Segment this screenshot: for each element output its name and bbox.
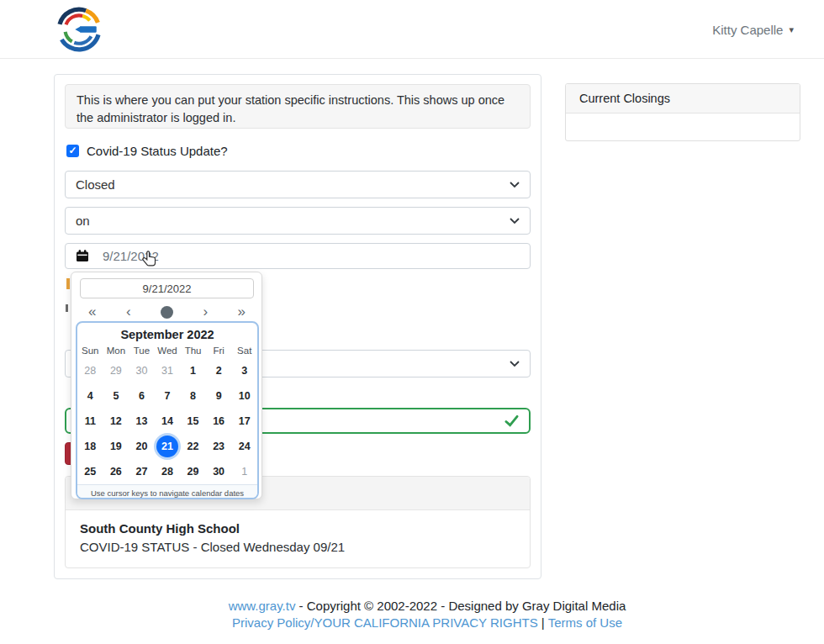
calendar-day[interactable]: 29 [180, 459, 206, 484]
preposition-select-value: on [76, 214, 90, 228]
datepicker-popup: 9/21/2022 « ‹ › » September 2022 SunMonT… [71, 272, 262, 499]
calendar-week-row: 11121314151617 [77, 409, 257, 434]
calendar-day[interactable]: 23 [206, 434, 232, 459]
calendar-day[interactable]: 30 [206, 459, 232, 484]
terms-of-use-link[interactable]: Terms of Use [548, 615, 622, 630]
calendar-day-header: Thu [180, 346, 206, 356]
gray-tv-logo-icon [55, 6, 103, 53]
calendar-week-row: 45678910 [77, 383, 257, 409]
status-select[interactable]: Closed [65, 171, 531, 198]
station-instructions: This is where you can put your station s… [65, 84, 531, 129]
calendar-week-row: 18192021222324 [77, 434, 257, 459]
calendar-day[interactable]: 1 [231, 459, 257, 484]
current-closings-title: Current Closings [566, 84, 800, 113]
preview-status-line: COVID-19 STATUS - Closed Wednesday 09/21 [80, 540, 515, 554]
calendar-day[interactable]: 28 [77, 358, 103, 383]
calendar-day[interactable]: 10 [231, 383, 257, 409]
chevron-down-icon [510, 218, 520, 224]
calendar-day-header: Sun [77, 346, 103, 356]
closing-form-card: This is where you can put your station s… [54, 74, 541, 579]
gray-tv-link[interactable]: www.gray.tv [229, 599, 296, 613]
current-closings-card: Current Closings [565, 83, 800, 141]
chevron-down-icon [510, 361, 520, 367]
calendar-day[interactable]: 12 [103, 409, 129, 434]
calendar-day[interactable]: 27 [129, 459, 155, 484]
calendar-day[interactable]: 14 [155, 409, 181, 434]
date-input[interactable]: 9/21/2022 [65, 243, 531, 269]
calendar-day[interactable]: 29 [103, 358, 129, 383]
calendar-day[interactable]: 30 [129, 358, 155, 383]
calendar-day-header: Tue [129, 346, 155, 356]
chevron-down-icon: ▾ [789, 24, 794, 35]
preposition-select[interactable]: on [65, 207, 531, 235]
calendar-day[interactable]: 22 [180, 434, 206, 459]
calendar-day[interactable]: 6 [129, 383, 155, 409]
user-name: Kitty Capelle [712, 23, 783, 37]
covid-status-row: ✓ Covid-19 Status Update? [66, 144, 228, 158]
calendar-day-header: Sat [231, 346, 257, 356]
calendar-day[interactable]: 19 [103, 434, 129, 459]
calendar-icon [76, 250, 89, 262]
calendar-day[interactable]: 18 [77, 434, 103, 459]
next-month-button[interactable]: › [203, 304, 208, 320]
covid-status-label: Covid-19 Status Update? [87, 144, 228, 158]
clipped-text-fragment [66, 278, 70, 289]
calendar-day[interactable]: 15 [180, 409, 206, 434]
calendar-day[interactable]: 9 [206, 383, 232, 409]
calendar-day[interactable]: 28 [155, 459, 181, 484]
user-menu[interactable]: Kitty Capelle ▾ [712, 0, 794, 59]
calendar-week-row: 2526272829301 [77, 459, 257, 484]
calendar-day[interactable]: 2 [206, 358, 232, 383]
datepicker-date-field[interactable]: 9/21/2022 [80, 278, 254, 298]
calendar-day-header: Wed [155, 346, 181, 356]
calendar-day[interactable]: 7 [155, 383, 181, 409]
preview-body: South County High School COVID-19 STATUS… [66, 510, 530, 565]
calendar-day[interactable]: 24 [231, 434, 257, 459]
calendar-day[interactable]: 16 [206, 409, 232, 434]
mouse-cursor-icon [140, 250, 159, 270]
calendar-day[interactable]: 17 [231, 409, 257, 434]
preview-school-name: South County High School [80, 521, 515, 536]
calendar-week-row: 28293031123 [77, 358, 257, 383]
page: Kitty Capelle ▾ This is where you can pu… [0, 0, 824, 644]
current-month-button[interactable] [161, 306, 173, 319]
page-footer: www.gray.tv - Copyright © 2002-2022 - De… [54, 598, 800, 631]
status-select-value: Closed [76, 177, 115, 192]
chevron-down-icon [510, 182, 520, 188]
top-bar: Kitty Capelle ▾ [0, 0, 824, 59]
calendar-day[interactable]: 1 [180, 358, 206, 383]
calendar-day[interactable]: 25 [77, 459, 103, 484]
covid-status-checkbox[interactable]: ✓ [66, 145, 79, 157]
clipped-text-fragment [66, 304, 68, 312]
next-year-button[interactable]: » [238, 304, 246, 320]
datepicker-nav: « ‹ › » [80, 303, 254, 321]
calendar-day[interactable]: 13 [129, 409, 155, 434]
footer-separator: | [538, 615, 548, 630]
calendar-day[interactable]: 3 [231, 358, 257, 383]
calendar-day-headers: SunMonTueWedThuFriSat [77, 344, 257, 358]
calendar-day-header: Fri [206, 346, 232, 356]
calendar-day[interactable]: 4 [77, 383, 103, 409]
calendar-month-title: September 2022 [77, 323, 257, 344]
calendar-grid: 2829303112345678910111213141516171819202… [77, 358, 257, 484]
calendar-day-selected[interactable]: 21 [155, 434, 181, 459]
prev-month-button[interactable]: ‹ [126, 304, 131, 320]
calendar-day[interactable]: 20 [129, 434, 155, 459]
calendar-footer-hint: Use cursor keys to navigate calendar dat… [77, 484, 257, 499]
footer-line-1: www.gray.tv - Copyright © 2002-2022 - De… [54, 598, 800, 615]
check-icon [504, 414, 519, 427]
calendar-day[interactable]: 11 [77, 409, 103, 434]
calendar-day[interactable]: 26 [103, 459, 129, 484]
footer-line-2: Privacy Policy/YOUR CALIFORNIA PRIVACY R… [54, 615, 800, 631]
calendar-day[interactable]: 31 [155, 358, 181, 383]
calendar-month-box: September 2022 SunMonTueWedThuFriSat 282… [76, 321, 259, 499]
calendar-day-header: Mon [103, 346, 129, 356]
calendar-day[interactable]: 5 [103, 383, 129, 409]
calendar-day[interactable]: 8 [180, 383, 206, 409]
prev-year-button[interactable]: « [88, 304, 96, 320]
privacy-policy-link[interactable]: Privacy Policy/YOUR CALIFORNIA PRIVACY R… [232, 615, 538, 630]
copyright-text: - Copyright © 2002-2022 - Designed by Gr… [295, 599, 626, 613]
